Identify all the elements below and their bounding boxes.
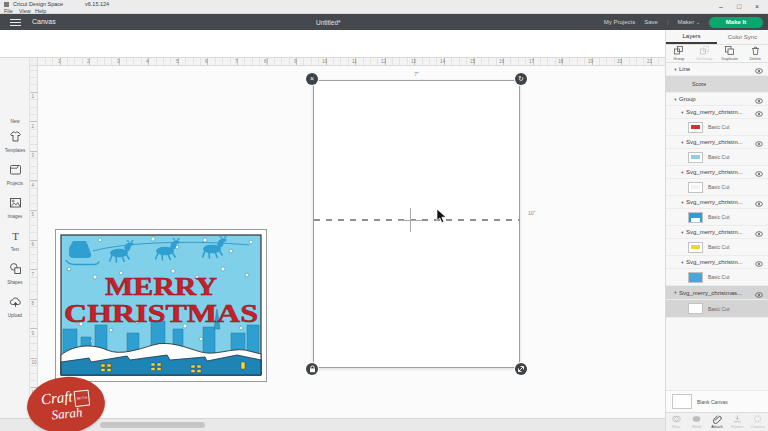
attach-button[interactable]: Attach bbox=[707, 413, 727, 431]
layer-cut-row[interactable]: Basic Cut bbox=[666, 179, 768, 196]
tab-color-sync[interactable]: Color Sync bbox=[717, 30, 768, 44]
duplicate-icon bbox=[725, 46, 734, 55]
cricut-design-space-window: Cricut Design Space v6.15.124 FileViewHe… bbox=[0, 0, 768, 431]
close-icon[interactable]: × bbox=[750, 2, 764, 12]
card-artboard[interactable] bbox=[313, 80, 520, 368]
project-board-icon bbox=[9, 163, 22, 176]
document-title: Untitled* bbox=[316, 19, 341, 26]
slice-icon bbox=[672, 415, 681, 423]
eye-icon[interactable] bbox=[755, 284, 763, 302]
group-button[interactable]: Group bbox=[666, 46, 692, 61]
horizontal-scrollbar[interactable] bbox=[100, 422, 205, 428]
chevron-down-icon[interactable]: ▾ bbox=[679, 170, 686, 175]
horizontal-ruler bbox=[30, 58, 665, 66]
layer-row[interactable]: ▾ Svg_merry_christm... bbox=[666, 136, 768, 149]
chevron-down-icon[interactable]: ▾ bbox=[679, 260, 686, 265]
flatten-icon bbox=[733, 415, 742, 423]
chevron-down-icon[interactable]: ▾ bbox=[679, 110, 686, 115]
sidebar-item-shapes[interactable]: Shapes bbox=[0, 261, 30, 285]
delete-handle[interactable]: × bbox=[306, 73, 318, 85]
layer-cut-row[interactable]: Basic Cut bbox=[666, 239, 768, 256]
layer-row[interactable]: ▾ Svg_merry_christm... bbox=[666, 106, 768, 119]
ruler-number: 4 bbox=[32, 183, 35, 188]
contour-icon bbox=[753, 415, 762, 423]
artboard-width-label: 7" bbox=[313, 71, 520, 77]
card-text-christmas: CHRISTMAS bbox=[64, 300, 258, 327]
blank-canvas-row[interactable]: Blank Canvas bbox=[666, 390, 768, 412]
chevron-down-icon[interactable]: ▾ bbox=[679, 140, 686, 145]
chevron-down-icon[interactable]: ▾ bbox=[672, 67, 679, 72]
ruler-number: 11 bbox=[352, 59, 357, 64]
layer-group-line[interactable]: ▾ Line bbox=[666, 63, 768, 76]
layer-cut-row[interactable]: Basic Cut bbox=[666, 119, 768, 136]
christmas-card-image[interactable]: MERRY CHRISTMAS bbox=[55, 229, 267, 382]
group-icon bbox=[674, 46, 683, 55]
sidebar-item-upload[interactable]: Upload bbox=[0, 294, 30, 318]
weld-icon bbox=[692, 415, 701, 423]
minimize-icon[interactable]: – bbox=[714, 2, 728, 12]
ruler-corner bbox=[30, 58, 38, 66]
duplicate-button[interactable]: Duplicate bbox=[717, 46, 743, 61]
chevron-down-icon[interactable]: ▾ bbox=[679, 200, 686, 205]
tshirt-icon bbox=[9, 130, 22, 143]
layer-cut-row[interactable]: Basic Cut bbox=[666, 269, 768, 286]
maximize-icon[interactable]: □ bbox=[732, 2, 746, 12]
rotate-handle[interactable]: ↻ bbox=[515, 73, 527, 85]
resize-handle[interactable] bbox=[515, 363, 527, 375]
ruler-number: 10 bbox=[322, 59, 327, 64]
layer-thumbnail bbox=[688, 212, 703, 223]
ruler-number: 7 bbox=[32, 272, 35, 277]
close-icon: × bbox=[310, 73, 314, 85]
ruler-number: 9 bbox=[32, 331, 35, 336]
ruler-number: 8 bbox=[32, 301, 35, 306]
svg-text:T: T bbox=[12, 230, 19, 242]
layer-thumbnail bbox=[688, 303, 703, 314]
layer-score[interactable]: Score bbox=[666, 76, 768, 93]
layer-cut-row[interactable]: Basic Cut bbox=[666, 209, 768, 226]
chevron-down-icon[interactable]: ▾ bbox=[672, 290, 679, 295]
sidebar-item-text[interactable]: T Text bbox=[0, 228, 30, 252]
sidebar-item-templates[interactable]: Templates bbox=[0, 129, 30, 153]
save-link[interactable]: Save bbox=[644, 19, 658, 25]
artboard-height-label: 10" bbox=[528, 210, 535, 216]
layer-thumbnail bbox=[688, 242, 703, 253]
layer-cut-row-selected[interactable]: Basic Cut bbox=[666, 300, 768, 318]
layer-row[interactable]: ▾ Svg_merry_christm... bbox=[666, 256, 768, 269]
layer-cut-row[interactable]: Basic Cut bbox=[666, 149, 768, 166]
chevron-down-icon[interactable]: ▾ bbox=[672, 97, 679, 102]
sidebar-item-images[interactable]: Images bbox=[0, 195, 30, 219]
ruler-number: 1 bbox=[32, 94, 35, 99]
ruler-number: 3 bbox=[32, 153, 35, 158]
crosshair-horizontal bbox=[398, 220, 422, 221]
ruler-number: 10 bbox=[32, 360, 37, 365]
sidebar-item-projects[interactable]: Projects bbox=[0, 162, 30, 186]
slice-button[interactable]: Slice bbox=[666, 413, 686, 431]
layer-row-selected[interactable]: ▾ Svg_merry_christmas... bbox=[666, 286, 768, 300]
blank-canvas-thumbnail bbox=[672, 394, 692, 409]
layers-panel: Layers Color Sync Group UnGroup Duplicat… bbox=[665, 30, 768, 431]
card-text-merry: MERRY bbox=[105, 273, 217, 300]
chevron-down-icon[interactable]: ▾ bbox=[679, 230, 686, 235]
hamburger-menu-icon[interactable] bbox=[10, 19, 21, 26]
layer-row[interactable]: ▾ Svg_merry_christm... bbox=[666, 166, 768, 179]
my-projects-link[interactable]: My Projects bbox=[604, 19, 635, 25]
weld-button[interactable]: Weld bbox=[686, 413, 706, 431]
layer-group-header[interactable]: ▾ Group bbox=[666, 93, 768, 106]
machine-select[interactable]: Maker ⌄ bbox=[677, 19, 700, 25]
make-it-button[interactable]: Make It bbox=[709, 17, 763, 28]
ungroup-button[interactable]: UnGroup bbox=[692, 46, 718, 61]
sidebar-item-new[interactable]: New bbox=[0, 118, 30, 124]
os-titlebar: Cricut Design Space v6.15.124 FileViewHe… bbox=[0, 0, 768, 14]
image-icon bbox=[9, 196, 22, 209]
lock-handle[interactable] bbox=[306, 363, 318, 375]
cloud-upload-icon bbox=[9, 295, 22, 308]
ruler-number: 12 bbox=[381, 59, 386, 64]
flatten-button[interactable]: Flatten bbox=[727, 413, 747, 431]
tab-layers[interactable]: Layers bbox=[666, 30, 717, 44]
layer-row[interactable]: ▾ Svg_merry_christm... bbox=[666, 196, 768, 209]
layer-row[interactable]: ▾ Svg_merry_christm... bbox=[666, 226, 768, 239]
contour-button[interactable]: Contour bbox=[748, 413, 768, 431]
trash-icon bbox=[751, 46, 760, 55]
delete-button[interactable]: Delete bbox=[743, 46, 768, 61]
ruler-number: 2 bbox=[32, 124, 35, 129]
